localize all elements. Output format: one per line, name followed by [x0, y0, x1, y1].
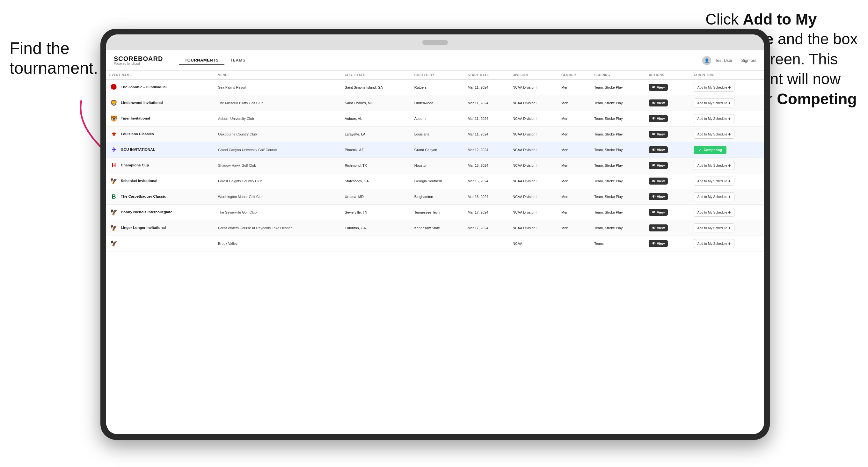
- eye-icon: 👁: [652, 163, 655, 167]
- col-start-date: START DATE: [464, 71, 509, 80]
- view-button[interactable]: 👁 View: [649, 162, 668, 169]
- tab-tournaments[interactable]: TOURNAMENTS: [179, 56, 224, 65]
- gender-cell: Men: [558, 111, 591, 127]
- event-name: The Carpetbagger Classic: [121, 194, 166, 199]
- competing-cell: Add to My Schedule +: [690, 80, 764, 95]
- view-button[interactable]: 👁 View: [649, 99, 668, 106]
- table-row: 🦅 Brook ValleyNCAATeam,👁 ViewAdd to My S…: [106, 236, 764, 251]
- competing-cell: Add to My Schedule +: [690, 189, 764, 205]
- add-to-schedule-button[interactable]: Add to My Schedule +: [694, 177, 734, 186]
- add-to-schedule-button[interactable]: Add to My Schedule +: [694, 98, 734, 107]
- add-to-schedule-button[interactable]: Add to My Schedule +: [694, 130, 734, 139]
- venue-cell: Grand Canyon University Golf Course: [215, 142, 342, 158]
- add-to-schedule-button[interactable]: Add to My Schedule +: [694, 83, 734, 92]
- event-name-cell: B The Carpetbagger Classic: [106, 189, 215, 205]
- scoring-cell: Team, Stroke Play: [591, 158, 646, 174]
- team-logo: ⚜: [109, 130, 118, 139]
- competing-cell: Add to My Schedule +: [690, 236, 764, 251]
- venue-cell: The Sevierville Golf Club: [215, 205, 342, 220]
- event-name-cell: 🐯 Tiger Invitational: [106, 111, 215, 127]
- scoring-cell: Team, Stroke Play: [591, 95, 646, 111]
- date-cell: Mar 17, 2024: [464, 205, 509, 220]
- view-button[interactable]: 👁 View: [649, 146, 668, 153]
- table-row: 🐯 Tiger Invitational Auburn University C…: [106, 111, 764, 127]
- eye-icon: 👁: [652, 195, 655, 198]
- sign-out-link[interactable]: Sign out: [741, 58, 756, 63]
- col-actions: ACTIONS: [646, 71, 690, 80]
- app-container: SCOREBOARD Powered by clippd TOURNAMENTS…: [106, 50, 764, 434]
- view-button[interactable]: 👁 View: [649, 224, 668, 231]
- eye-icon: 👁: [652, 101, 655, 105]
- plus-icon: +: [728, 132, 731, 137]
- date-cell: Mar 11, 2024: [464, 95, 509, 111]
- date-cell: [464, 236, 509, 251]
- city-cell: [342, 236, 411, 251]
- add-to-schedule-button[interactable]: Add to My Schedule +: [694, 223, 734, 232]
- competing-cell: ✓Competing: [690, 142, 764, 158]
- event-name-cell: 🦁 Lindenwood Invitational: [106, 95, 215, 111]
- plus-icon: +: [728, 241, 731, 246]
- team-logo: ✈: [109, 145, 118, 154]
- scoring-cell: Team, Stroke Play: [591, 205, 646, 220]
- hosted-cell: Grand Canyon: [411, 142, 464, 158]
- team-logo: B: [109, 192, 118, 201]
- division-cell: NCAA Division I: [509, 189, 558, 205]
- competing-cell: Add to My Schedule +: [690, 220, 764, 236]
- gender-cell: Men: [558, 80, 591, 95]
- add-to-schedule-button[interactable]: Add to My Schedule +: [694, 239, 734, 248]
- table-row: 🦅 Bobby Nichols Intercollegiate The Sevi…: [106, 205, 764, 220]
- actions-cell: 👁 View: [646, 220, 690, 236]
- tablet-screen: SCOREBOARD Powered by clippd TOURNAMENTS…: [106, 34, 764, 434]
- eye-icon: 👁: [652, 86, 655, 89]
- date-cell: Mar 11, 2024: [464, 127, 509, 142]
- team-logo: 🦅: [109, 223, 118, 232]
- scoring-cell: Team, Stroke Play: [591, 189, 646, 205]
- venue-cell: Shadow Hawk Golf Club: [215, 158, 342, 174]
- app-header: SCOREBOARD Powered by clippd TOURNAMENTS…: [106, 50, 764, 71]
- view-button[interactable]: 👁 View: [649, 193, 668, 200]
- add-to-schedule-button[interactable]: Add to My Schedule +: [694, 161, 734, 170]
- scoring-cell: Team, Stroke Play: [591, 127, 646, 142]
- plus-icon: +: [728, 210, 731, 215]
- gender-cell: Men: [558, 220, 591, 236]
- event-name-cell: 🅡 The Johnnie - O Individual: [106, 80, 215, 95]
- gender-cell: [558, 236, 591, 251]
- view-button[interactable]: 👁 View: [649, 209, 668, 216]
- competing-button[interactable]: ✓Competing: [694, 146, 726, 154]
- event-name: GCU INVITATIONAL: [121, 147, 155, 152]
- venue-cell: Oakbourne Country Club: [215, 127, 342, 142]
- team-logo: 🦅: [109, 239, 118, 248]
- table-body: 🅡 The Johnnie - O Individual Sea Palms R…: [106, 80, 764, 251]
- city-cell: Eatonton, GA: [342, 220, 411, 236]
- view-button[interactable]: 👁 View: [649, 240, 668, 247]
- plus-icon: +: [728, 194, 731, 199]
- add-to-schedule-button[interactable]: Add to My Schedule +: [694, 192, 734, 201]
- col-gender: GENDER: [558, 71, 591, 80]
- view-button[interactable]: 👁 View: [649, 115, 668, 122]
- event-name-cell: 🦅 Bobby Nichols Intercollegiate: [106, 205, 215, 220]
- actions-cell: 👁 View: [646, 127, 690, 142]
- plus-icon: +: [728, 85, 731, 90]
- table-row: 🦁 Lindenwood Invitational The Missouri B…: [106, 95, 764, 111]
- city-cell: Sevierville, TN: [342, 205, 411, 220]
- plus-icon: +: [728, 100, 731, 105]
- tab-teams[interactable]: TEAMS: [224, 56, 251, 65]
- view-button[interactable]: 👁 View: [649, 84, 668, 91]
- gender-cell: Men: [558, 95, 591, 111]
- col-hosted-by: HOSTED BY: [411, 71, 464, 80]
- date-cell: Mar 16, 2024: [464, 189, 509, 205]
- team-logo: 🅡: [109, 83, 118, 92]
- actions-cell: 👁 View: [646, 142, 690, 158]
- division-cell: NCAA: [509, 236, 558, 251]
- col-city-state: CITY, STATE: [342, 71, 411, 80]
- view-button[interactable]: 👁 View: [649, 131, 668, 138]
- hosted-cell: Kennesaw State: [411, 220, 464, 236]
- add-to-schedule-button[interactable]: Add to My Schedule +: [694, 114, 734, 123]
- city-cell: Richmond, TX: [342, 158, 411, 174]
- city-cell: Lafayette, LA: [342, 127, 411, 142]
- add-to-schedule-button[interactable]: Add to My Schedule +: [694, 208, 734, 217]
- venue-cell: Auburn University Club: [215, 111, 342, 127]
- event-name-cell: H Champions Cup: [106, 158, 215, 174]
- competing-cell: Add to My Schedule +: [690, 111, 764, 127]
- view-button[interactable]: 👁 View: [649, 178, 668, 185]
